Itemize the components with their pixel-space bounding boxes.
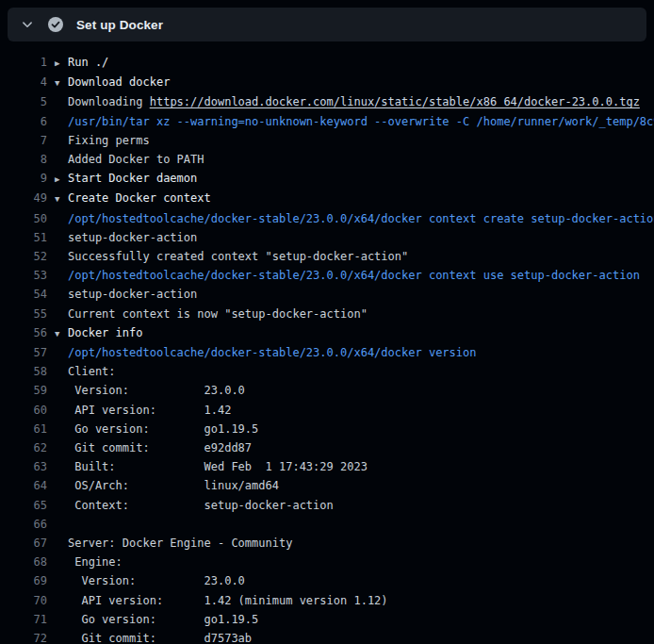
line-number[interactable]: 71 xyxy=(0,610,47,629)
log-line: 62 Git commit: e92dd87 xyxy=(0,438,654,457)
line-number[interactable]: 4 xyxy=(0,73,47,92)
command-text: /usr/bin/tar xz --warning=no-unknown-key… xyxy=(68,112,654,131)
log-text: setup-docker-action xyxy=(68,228,197,247)
line-number[interactable]: 51 xyxy=(0,228,47,247)
line-number[interactable]: 72 xyxy=(0,629,47,644)
line-number[interactable]: 7 xyxy=(0,131,47,150)
log-line: 69 Version: 23.0.0 xyxy=(0,571,654,590)
log-line: 51setup-docker-action xyxy=(0,228,654,247)
log-line: 58Client: xyxy=(0,362,654,381)
log-line: 7Fixing perms xyxy=(0,131,654,150)
log-text: Current context is now "setup-docker-act… xyxy=(68,305,368,323)
log-line: 61 Go version: go1.19.5 xyxy=(0,420,654,438)
log-line: 9▶Start Docker daemon xyxy=(0,169,654,189)
triangle-expanded-icon: ▼ xyxy=(55,74,68,92)
log-line: 52Successfully created context "setup-do… xyxy=(0,247,654,266)
line-number[interactable]: 8 xyxy=(0,150,47,169)
log-text: Fixing perms xyxy=(68,131,150,150)
group-title: Start Docker daemon xyxy=(68,172,197,185)
group-toggle[interactable]: ▼Create Docker context xyxy=(68,189,211,208)
log-text: API version: 1.42 (minimum version 1.12) xyxy=(68,591,388,610)
log-line: 65 Context: setup-docker-action xyxy=(0,496,654,515)
log-text-prefix: Downloading xyxy=(68,95,150,108)
line-number[interactable]: 54 xyxy=(0,285,47,304)
log-line: 67Server: Docker Engine - Community xyxy=(0,534,654,553)
line-number[interactable]: 67 xyxy=(0,534,47,553)
log-line: 56▼Docker info xyxy=(0,323,654,343)
log-line: 59 Version: 23.0.0 xyxy=(0,381,654,400)
log-text: Server: Docker Engine - Community xyxy=(68,534,292,553)
line-number[interactable]: 65 xyxy=(0,496,47,515)
line-number[interactable]: 68 xyxy=(0,553,47,571)
triangle-collapsed-icon: ▶ xyxy=(55,170,68,189)
log-line: 64 OS/Arch: linux/amd64 xyxy=(0,476,654,495)
log-line: 8Added Docker to PATH xyxy=(0,150,654,169)
command-text: /opt/hostedtoolcache/docker-stable/23.0.… xyxy=(68,209,654,228)
line-number[interactable]: 60 xyxy=(0,401,47,420)
log-line: 71 Go version: go1.19.5 xyxy=(0,610,654,629)
log-text: Built: Wed Feb 1 17:43:29 2023 xyxy=(68,457,368,476)
group-toggle[interactable]: ▼Download docker xyxy=(68,73,170,92)
command-text: /opt/hostedtoolcache/docker-stable/23.0.… xyxy=(68,266,640,285)
log-line: 54setup-docker-action xyxy=(0,285,654,304)
log-text: Version: 23.0.0 xyxy=(68,571,245,590)
line-number[interactable]: 49 xyxy=(0,189,47,208)
log-text: API version: 1.42 xyxy=(68,401,231,420)
group-toggle[interactable]: ▶Start Docker daemon xyxy=(68,169,197,189)
log-line: 1▶Run ./ xyxy=(0,53,654,73)
log-text: Client: xyxy=(68,362,116,381)
group-toggle[interactable]: ▼Docker info xyxy=(68,323,142,343)
log-text: Successfully created context "setup-dock… xyxy=(68,247,408,266)
log-text: Git commit: e92dd87 xyxy=(68,438,252,457)
log-line: 49▼Create Docker context xyxy=(0,189,654,208)
line-number[interactable]: 66 xyxy=(0,515,47,534)
line-number[interactable]: 62 xyxy=(0,438,47,457)
line-number[interactable]: 52 xyxy=(0,247,47,266)
triangle-expanded-icon: ▼ xyxy=(55,324,68,343)
group-title: Run ./ xyxy=(68,56,108,69)
line-number[interactable]: 5 xyxy=(0,92,47,111)
group-title: Docker info xyxy=(68,326,142,339)
log-text: Go version: go1.19.5 xyxy=(68,610,258,629)
line-number[interactable]: 6 xyxy=(0,112,47,131)
line-number[interactable]: 1 xyxy=(0,53,47,73)
line-number[interactable]: 70 xyxy=(0,591,47,610)
line-number[interactable]: 69 xyxy=(0,571,47,590)
log-line: 50/opt/hostedtoolcache/docker-stable/23.… xyxy=(0,209,654,228)
log-line: 68 Engine: xyxy=(0,553,654,571)
step-title: Set up Docker xyxy=(76,18,163,32)
log-link[interactable]: https://download.docker.com/linux/static… xyxy=(150,95,640,108)
log-viewer: 1▶Run ./4▼Download docker5Downloading ht… xyxy=(0,53,654,644)
line-number[interactable]: 50 xyxy=(0,209,47,228)
log-text: Engine: xyxy=(68,553,123,571)
log-line: 53/opt/hostedtoolcache/docker-stable/23.… xyxy=(0,266,654,285)
line-number[interactable]: 56 xyxy=(0,323,47,343)
log-line: 72 Git commit: d7573ab xyxy=(0,629,654,644)
log-text: Added Docker to PATH xyxy=(68,150,204,169)
log-line: 6/usr/bin/tar xz --warning=no-unknown-ke… xyxy=(0,112,654,131)
line-number[interactable]: 9 xyxy=(0,169,47,189)
log-line: 63 Built: Wed Feb 1 17:43:29 2023 xyxy=(0,457,654,476)
log-line: 70 API version: 1.42 (minimum version 1.… xyxy=(0,591,654,610)
line-number[interactable]: 53 xyxy=(0,266,47,285)
log-line: 66 xyxy=(0,515,654,534)
line-number[interactable]: 57 xyxy=(0,343,47,362)
step-header-set-up-docker[interactable]: Set up Docker xyxy=(8,8,646,41)
line-number[interactable]: 59 xyxy=(0,381,47,400)
chevron-down-icon[interactable] xyxy=(21,18,34,31)
log-line: 4▼Download docker xyxy=(0,73,654,92)
command-text: /opt/hostedtoolcache/docker-stable/23.0.… xyxy=(68,343,476,362)
log-text: Git commit: d7573ab xyxy=(68,629,252,644)
group-toggle[interactable]: ▶Run ./ xyxy=(68,53,108,73)
log-line: 57/opt/hostedtoolcache/docker-stable/23.… xyxy=(0,343,654,362)
group-title: Create Docker context xyxy=(68,191,211,205)
line-number[interactable]: 64 xyxy=(0,476,47,495)
line-number[interactable]: 61 xyxy=(0,420,47,438)
log-line: 60 API version: 1.42 xyxy=(0,401,654,420)
log-text: Version: 23.0.0 xyxy=(68,381,245,400)
line-number[interactable]: 63 xyxy=(0,457,47,476)
check-circle-icon xyxy=(48,17,63,32)
line-number[interactable]: 58 xyxy=(0,362,47,381)
line-number[interactable]: 55 xyxy=(0,305,47,323)
log-text: OS/Arch: linux/amd64 xyxy=(68,476,279,495)
